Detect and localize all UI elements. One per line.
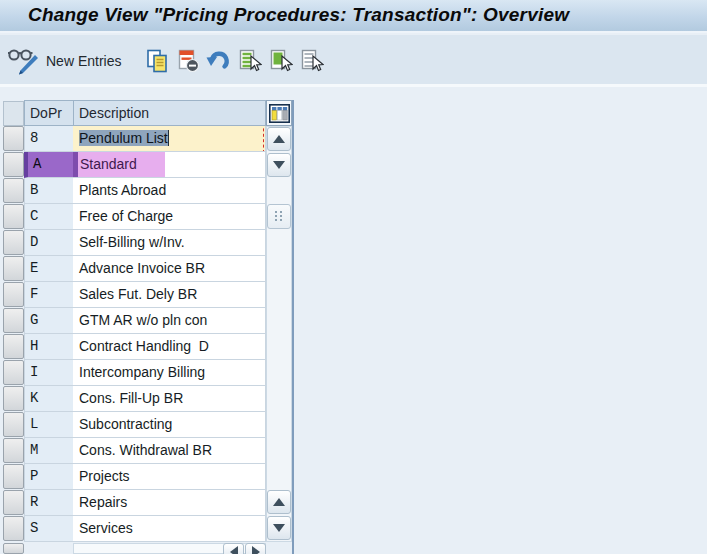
description-text: Intercompany Billing xyxy=(79,364,205,380)
description-cell[interactable]: Repairs xyxy=(73,490,266,516)
scroll-right-button[interactable] xyxy=(245,543,266,554)
page-title: Change View "Pricing Procedures: Transac… xyxy=(28,4,569,26)
right-arrow-icon xyxy=(252,546,260,554)
description-cell[interactable]: Pendulum List xyxy=(73,126,266,152)
dopr-cell[interactable]: M xyxy=(24,438,74,464)
dopr-cell[interactable]: F xyxy=(24,282,74,308)
table-row: RRepairs xyxy=(0,490,295,516)
table-row: PProjects xyxy=(0,464,295,490)
table-row: DSelf-Billing w/Inv. xyxy=(0,230,295,256)
table-row: SServices xyxy=(0,516,295,542)
table-row: FSales Fut. Dely BR xyxy=(0,282,295,308)
row-selector-button[interactable] xyxy=(3,178,24,203)
left-arrow-icon xyxy=(230,546,238,554)
description-cell[interactable]: GTM AR w/o pln con xyxy=(73,308,266,334)
display-change-icon[interactable] xyxy=(7,46,39,76)
description-cell[interactable]: Services xyxy=(73,516,266,542)
description-text: Free of Charge xyxy=(79,208,173,224)
row-selector-button[interactable] xyxy=(3,334,24,359)
dopr-cell[interactable]: G xyxy=(24,308,74,334)
description-text: Subcontracting xyxy=(79,416,172,432)
row-selector-button[interactable] xyxy=(3,308,24,333)
table-configuration-icon[interactable] xyxy=(266,100,292,126)
row-selector-button[interactable] xyxy=(3,516,24,541)
row-selector-button[interactable] xyxy=(3,360,24,385)
description-cell[interactable]: Subcontracting xyxy=(73,412,266,438)
description-text: Plants Abroad xyxy=(79,182,166,198)
dopr-cell[interactable]: A xyxy=(24,152,74,178)
description-cell[interactable]: Self-Billing w/Inv. xyxy=(73,230,266,256)
row-selector-button[interactable] xyxy=(3,490,24,515)
row-selector-button[interactable] xyxy=(3,386,24,411)
page-down-button[interactable] xyxy=(267,516,291,540)
row-selector-button[interactable] xyxy=(3,152,24,177)
table-right-border xyxy=(292,100,294,554)
row-selector-button[interactable] xyxy=(3,464,24,489)
table-row: HContract Handling D xyxy=(0,334,295,360)
dopr-cell[interactable]: P xyxy=(24,464,74,490)
description-text: Self-Billing w/Inv. xyxy=(79,234,185,250)
description-text: Cons. Withdrawal BR xyxy=(79,442,212,458)
dopr-cell[interactable]: I xyxy=(24,360,74,386)
scroll-up-button[interactable] xyxy=(267,127,291,151)
column-header-description[interactable]: Description xyxy=(73,100,266,126)
vertical-scrollbar-track[interactable] xyxy=(266,126,292,542)
selected-text: Pendulum List xyxy=(79,130,169,146)
description-cell[interactable]: Projects xyxy=(73,464,266,490)
description-text: Cons. Fill-Up BR xyxy=(79,390,183,406)
row-selector-button[interactable] xyxy=(3,230,24,255)
dopr-cell[interactable]: C xyxy=(24,204,74,230)
column-header-dopr[interactable]: DoPr xyxy=(24,100,74,126)
row-selector-button[interactable] xyxy=(3,126,24,151)
description-cell[interactable]: Cons. Withdrawal BR xyxy=(73,438,266,464)
table-row: 8Pendulum List xyxy=(0,126,295,152)
grip-icon xyxy=(275,211,283,223)
row-selector-button[interactable] xyxy=(3,204,24,229)
row-selector-button[interactable] xyxy=(3,438,24,463)
dopr-cell[interactable]: D xyxy=(24,230,74,256)
table-row: CFree of Charge xyxy=(0,204,295,230)
description-cell[interactable]: Sales Fut. Dely BR xyxy=(73,282,266,308)
description-cell[interactable]: Advance Invoice BR xyxy=(73,256,266,282)
dopr-cell[interactable]: E xyxy=(24,256,74,282)
dopr-cell[interactable]: L xyxy=(24,412,74,438)
description-text: Services xyxy=(79,520,133,536)
row-selector-button[interactable] xyxy=(3,282,24,307)
table-row: MCons. Withdrawal BR xyxy=(0,438,295,464)
description-cell[interactable]: Cons. Fill-Up BR xyxy=(73,386,266,412)
select-all-icon[interactable] xyxy=(236,48,262,74)
dopr-cell[interactable]: H xyxy=(24,334,74,360)
new-entries-button[interactable]: New Entries xyxy=(46,50,121,72)
description-cell[interactable]: Contract Handling D xyxy=(73,334,266,360)
down-arrow-icon xyxy=(273,161,285,169)
dopr-cell[interactable]: B xyxy=(24,178,74,204)
dopr-cell[interactable]: 8 xyxy=(24,126,74,152)
down-arrow-icon xyxy=(273,524,285,532)
row-selector-button[interactable] xyxy=(3,256,24,281)
vertical-scrollbar-thumb[interactable] xyxy=(267,204,291,229)
scroll-left-button[interactable] xyxy=(223,543,244,554)
description-cell[interactable]: Intercompany Billing xyxy=(73,360,266,386)
dopr-cell[interactable]: S xyxy=(24,516,74,542)
selection-highlight: Standard xyxy=(73,152,165,177)
description-cell[interactable]: Plants Abroad xyxy=(73,178,266,204)
select-all-rows-header[interactable] xyxy=(3,101,24,126)
undo-icon[interactable] xyxy=(205,48,231,74)
deselect-all-icon[interactable] xyxy=(298,48,324,74)
dopr-cell[interactable]: R xyxy=(24,490,74,516)
description-text: Sales Fut. Dely BR xyxy=(79,286,197,302)
description-cell[interactable]: Standard xyxy=(73,152,266,178)
table-row: EAdvance Invoice BR xyxy=(0,256,295,282)
table-row: AStandard xyxy=(0,152,295,178)
copy-as-icon[interactable] xyxy=(144,48,170,74)
description-cell[interactable]: Free of Charge xyxy=(73,204,266,230)
select-block-icon[interactable] xyxy=(267,48,293,74)
application-toolbar: New Entries xyxy=(0,35,707,87)
scroll-down-button[interactable] xyxy=(267,153,291,177)
delete-icon[interactable] xyxy=(175,48,201,74)
sap-window: Change View "Pricing Procedures: Transac… xyxy=(0,0,707,554)
page-up-button[interactable] xyxy=(267,490,291,514)
table-row: KCons. Fill-Up BR xyxy=(0,386,295,412)
row-selector-button[interactable] xyxy=(3,412,24,437)
dopr-cell[interactable]: K xyxy=(24,386,74,412)
